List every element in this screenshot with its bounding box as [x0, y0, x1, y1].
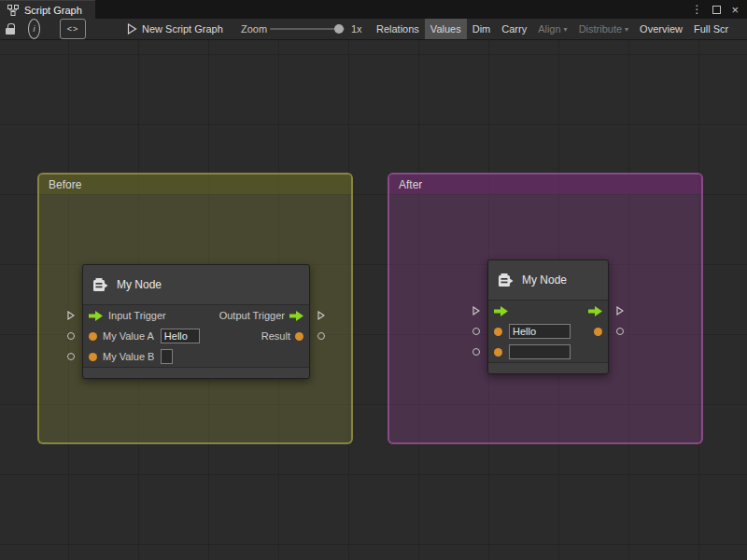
overview-button[interactable]: Overview	[634, 19, 688, 39]
value-b-port[interactable]	[89, 353, 97, 361]
value-b-outer-port[interactable]	[472, 348, 480, 356]
graph-asset-icon	[127, 19, 137, 39]
value-a-label: My Value A	[103, 330, 154, 342]
dim-button[interactable]: Dim	[467, 19, 497, 39]
group-before-header[interactable]: Before	[39, 175, 351, 194]
flow-output-port[interactable]	[289, 311, 303, 321]
tab-bar: Script Graph ⋮ ×	[0, 0, 747, 19]
input-trigger-label: Input Trigger	[108, 310, 166, 321]
result-port[interactable]	[295, 332, 303, 341]
carry-button[interactable]: Carry	[496, 19, 532, 39]
flow-input-port[interactable]	[89, 311, 103, 321]
port-row: My Value B	[83, 346, 309, 367]
port-row: My Value A Result	[83, 326, 309, 346]
node-icon	[92, 278, 108, 292]
value-a-outer-port[interactable]	[67, 332, 75, 340]
code-icon[interactable]: <>	[60, 19, 86, 39]
graph-canvas[interactable]: Before After My Nod	[0, 40, 747, 560]
my-node-after[interactable]: My Node	[487, 259, 609, 374]
fullscreen-button[interactable]: Full Scr	[688, 19, 734, 39]
relations-button[interactable]: Relations	[371, 19, 425, 39]
toolbar-buttons: Relations Values Dim Carry Align ▾ Distr…	[371, 19, 734, 39]
node-header[interactable]: My Node	[83, 265, 309, 305]
align-dropdown[interactable]: Align ▾	[532, 19, 572, 39]
values-button[interactable]: Values	[425, 19, 467, 39]
chevron-down-icon: ▾	[625, 25, 628, 34]
result-outer-port[interactable]	[616, 328, 624, 335]
graph-toolbar: i <> New Script Graph Zoom 1x Relations …	[0, 19, 747, 40]
port-row	[488, 321, 608, 342]
window-controls: ⋮ ×	[691, 0, 747, 19]
info-icon[interactable]: i	[28, 19, 40, 39]
value-b-label: My Value B	[103, 351, 154, 362]
zoom-value: 1x	[351, 19, 362, 39]
value-b-outer-port[interactable]	[67, 353, 75, 360]
group-after-header[interactable]: After	[389, 175, 701, 194]
group-after-title: After	[399, 178, 422, 191]
node-footer	[488, 362, 608, 373]
node-icon	[498, 273, 514, 287]
value-a-outer-port[interactable]	[472, 328, 480, 335]
maximize-icon[interactable]	[712, 6, 721, 14]
graph-name-label: New Script Graph	[142, 19, 223, 39]
result-outer-port[interactable]	[317, 332, 325, 340]
flow-input-outer-port[interactable]	[472, 306, 480, 315]
flow-output-outer-port[interactable]	[317, 311, 325, 320]
tab-script-graph[interactable]: Script Graph	[0, 0, 95, 19]
port-row	[488, 301, 608, 321]
port-row: Input Trigger Output Trigger	[83, 305, 309, 326]
distribute-dropdown[interactable]: Distribute ▾	[573, 19, 634, 39]
distribute-label: Distribute	[579, 23, 622, 35]
value-a-input[interactable]	[509, 324, 571, 339]
tab-title: Script Graph	[24, 5, 82, 16]
value-a-input[interactable]	[161, 329, 200, 343]
node-footer	[83, 367, 309, 378]
node-title: My Node	[522, 273, 567, 287]
my-node-before[interactable]: My Node Input Trigger Output Trigger	[82, 264, 310, 379]
result-port[interactable]	[594, 328, 602, 336]
node-header[interactable]: My Node	[488, 260, 608, 301]
align-label: Align	[538, 23, 560, 35]
zoom-slider-knob[interactable]	[334, 24, 344, 34]
value-b-input[interactable]	[161, 349, 173, 364]
lock-icon[interactable]	[6, 19, 15, 39]
script-graph-window: Script Graph ⋮ × i <> New Script Graph Z…	[0, 0, 747, 560]
value-a-port[interactable]	[494, 328, 502, 336]
value-b-port[interactable]	[494, 348, 502, 357]
node-title: My Node	[117, 278, 162, 291]
value-b-input[interactable]	[509, 344, 571, 359]
panel-menu-icon[interactable]: ⋮	[691, 4, 702, 15]
output-trigger-label: Output Trigger	[219, 310, 285, 321]
flow-input-port[interactable]	[494, 306, 508, 316]
group-before-title: Before	[49, 178, 81, 191]
zoom-slider[interactable]	[270, 28, 345, 30]
script-graph-icon	[7, 5, 19, 16]
flow-output-port[interactable]	[588, 306, 602, 316]
chevron-down-icon: ▾	[564, 25, 568, 34]
close-icon[interactable]: ×	[731, 3, 739, 17]
result-label: Result	[261, 330, 290, 342]
value-a-port[interactable]	[89, 332, 97, 341]
flow-input-outer-port[interactable]	[67, 311, 75, 320]
zoom-label: Zoom	[241, 19, 267, 39]
flow-output-outer-port[interactable]	[616, 306, 624, 315]
port-row	[488, 342, 608, 362]
